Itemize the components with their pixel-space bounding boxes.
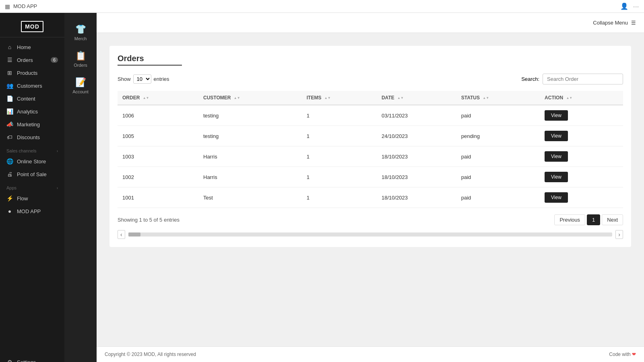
scroll-left-arrow[interactable]: ‹	[118, 230, 125, 239]
entries-info: Showing 1 to 5 of 5 entries	[118, 217, 180, 223]
orders-sidebar-icon: 📋	[75, 51, 86, 61]
main-topbar: Collapse Menu ☰	[97, 13, 644, 33]
col-action[interactable]: ACTION ▲▼	[540, 91, 623, 105]
cell-order-2: 1003	[118, 146, 198, 167]
cell-action-4: View	[540, 187, 623, 208]
left-sidebar: MOD ⌂ Home ☰ Orders 6 ⊞ Products 👥 Custo…	[0, 13, 64, 362]
col-order[interactable]: ORDER ▲▼	[118, 91, 198, 105]
analytics-icon: 📊	[6, 108, 13, 115]
cell-items-3: 1	[302, 167, 377, 187]
sidebar-item-flow[interactable]: ⚡ Flow	[0, 192, 64, 205]
apps-section[interactable]: Apps ›	[0, 181, 64, 192]
sidebar-item-settings[interactable]: ⚙ Settings	[0, 356, 64, 362]
page-1-button[interactable]: 1	[587, 214, 600, 225]
cell-date-1: 24/10/2023	[377, 126, 456, 146]
col-date[interactable]: DATE ▲▼	[377, 91, 456, 105]
flow-icon: ⚡	[6, 195, 13, 202]
view-button-4[interactable]: View	[545, 192, 568, 203]
sidebar-label-flow: Flow	[17, 195, 28, 202]
cell-items-4: 1	[302, 187, 377, 208]
cell-items-0: 1	[302, 105, 377, 126]
view-button-3[interactable]: View	[545, 172, 568, 182]
cell-date-2: 18/10/2023	[377, 146, 456, 167]
scroll-bar-area: ‹ ›	[118, 230, 623, 239]
col-items[interactable]: ITEMS ▲▼	[302, 91, 377, 105]
cell-action-0: View	[540, 105, 623, 126]
entries-label: entries	[154, 76, 169, 82]
search-input[interactable]	[543, 74, 623, 84]
account-label: Account	[72, 89, 89, 94]
sidebar-label-customers: Customers	[17, 83, 42, 89]
prev-button[interactable]: Previous	[554, 214, 585, 225]
cell-date-4: 18/10/2023	[377, 187, 456, 208]
cell-customer-4: Test	[198, 187, 302, 208]
sidebar-item-content[interactable]: 📄 Content	[0, 92, 64, 105]
account-icon: 📝	[75, 77, 86, 88]
sales-channels-section[interactable]: Sales channels ›	[0, 144, 64, 155]
cell-order-3: 1002	[118, 167, 198, 187]
sort-customer-icon: ▲▼	[234, 96, 240, 100]
view-button-1[interactable]: View	[545, 131, 568, 141]
icon-sidebar: 👕 Merch 📋 Orders 📝 Account	[64, 13, 97, 362]
entries-select[interactable]: 10 25 50	[133, 74, 151, 84]
cell-date-3: 18/10/2023	[377, 167, 456, 187]
icon-sidebar-account[interactable]: 📝 Account	[64, 72, 97, 99]
sidebar-label-mod-app: MOD APP	[17, 208, 41, 214]
table-row: 1002 Harris 1 18/10/2023 paid View	[118, 167, 623, 187]
sort-order-icon: ▲▼	[143, 96, 149, 100]
orders-icon: ☰	[6, 57, 13, 63]
home-icon: ⌂	[6, 44, 13, 50]
sidebar-item-mod-app[interactable]: ● MOD APP	[0, 205, 64, 218]
table-controls: Show 10 25 50 entries Search:	[118, 74, 623, 84]
sort-status-icon: ▲▼	[483, 96, 489, 100]
sidebar-item-pos[interactable]: 🖨 Point of Sale	[0, 168, 64, 181]
next-button[interactable]: Next	[602, 214, 623, 225]
collapse-menu-button[interactable]: Collapse Menu ☰	[593, 20, 636, 26]
cell-items-1: 1	[302, 126, 377, 146]
view-button-2[interactable]: View	[545, 151, 568, 162]
icon-sidebar-merch[interactable]: 👕 Merch	[64, 19, 97, 46]
cell-order-4: 1001	[118, 187, 198, 208]
sidebar-label-pos: Point of Sale	[17, 171, 47, 177]
orders-table: ORDER ▲▼ CUSTOMER ▲▼ ITEMS ▲▼ DATE	[118, 91, 623, 208]
sales-channels-chevron: ›	[57, 149, 58, 153]
sidebar-label-content: Content	[17, 96, 35, 102]
mod-logo: MOD	[21, 21, 43, 32]
search-label: Search:	[521, 76, 539, 82]
cell-status-4: paid	[456, 187, 540, 208]
sidebar-item-analytics[interactable]: 📊 Analytics	[0, 105, 64, 118]
sales-channels-label: Sales channels	[6, 148, 37, 153]
col-status[interactable]: STATUS ▲▼	[456, 91, 540, 105]
footer-right: Code with ❤	[609, 352, 636, 357]
mod-app-icon: ●	[6, 208, 13, 214]
orders-panel: Orders Show 10 25 50 entries Search:	[109, 46, 631, 247]
footer-copyright: Copyright © 2023 MOD, All rights reserve…	[105, 352, 196, 357]
sidebar-item-products[interactable]: ⊞ Products	[0, 66, 64, 79]
icon-sidebar-orders[interactable]: 📋 Orders	[64, 46, 97, 72]
scroll-thumb	[128, 232, 140, 237]
cell-order-1: 1005	[118, 126, 198, 146]
main-content: Collapse Menu ☰ Orders Show 10 25 50 ent…	[97, 13, 644, 362]
marketing-icon: 📣	[6, 121, 13, 128]
view-button-0[interactable]: View	[545, 110, 568, 121]
cell-status-0: paid	[456, 105, 540, 126]
cell-status-1: pending	[456, 126, 540, 146]
show-label: Show	[118, 76, 131, 82]
sidebar-item-online-store[interactable]: 🌐 Online Store	[0, 155, 64, 168]
sidebar-item-discounts[interactable]: 🏷 Discounts	[0, 131, 64, 144]
sidebar-item-home[interactable]: ⌂ Home	[0, 41, 64, 53]
orders-sidebar-label: Orders	[74, 63, 87, 68]
user-icon[interactable]: 👤	[620, 2, 628, 10]
sidebar-item-orders[interactable]: ☰ Orders 6	[0, 53, 64, 66]
scroll-track[interactable]	[128, 232, 613, 237]
col-customer[interactable]: CUSTOMER ▲▼	[198, 91, 302, 105]
scroll-right-arrow[interactable]: ›	[615, 230, 623, 239]
sidebar-item-customers[interactable]: 👥 Customers	[0, 79, 64, 92]
sort-action-icon: ▲▼	[566, 96, 572, 100]
cell-action-1: View	[540, 126, 623, 146]
more-dots[interactable]: ···	[633, 3, 639, 10]
logo-area: MOD	[0, 16, 64, 37]
sidebar-item-marketing[interactable]: 📣 Marketing	[0, 118, 64, 131]
search-area: Search:	[521, 74, 623, 84]
cell-status-3: paid	[456, 167, 540, 187]
